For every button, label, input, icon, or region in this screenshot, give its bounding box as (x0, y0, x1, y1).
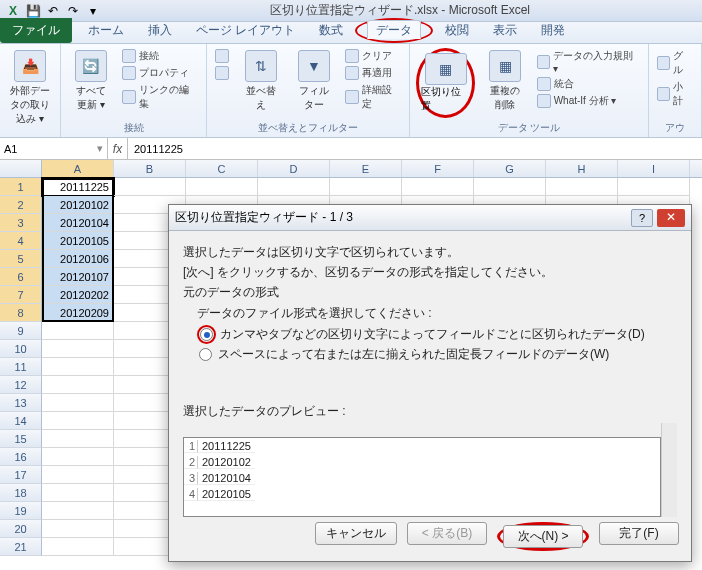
tab-developer[interactable]: 開発 (529, 18, 577, 43)
tab-review[interactable]: 校閲 (433, 18, 481, 43)
next-button[interactable]: 次へ(N) > (503, 525, 583, 548)
cell[interactable]: 20111225 (42, 178, 114, 196)
tab-pagelayout[interactable]: ページ レイアウト (184, 18, 307, 43)
cell[interactable] (618, 178, 690, 196)
row-header[interactable]: 8 (0, 304, 42, 322)
tab-formulas[interactable]: 数式 (307, 18, 355, 43)
cell[interactable] (42, 502, 114, 520)
cell[interactable] (330, 178, 402, 196)
cell[interactable] (258, 178, 330, 196)
row-header[interactable]: 18 (0, 484, 42, 502)
cell[interactable] (42, 448, 114, 466)
row-header[interactable]: 12 (0, 376, 42, 394)
col-header-d[interactable]: D (258, 160, 330, 177)
row-header[interactable]: 10 (0, 340, 42, 358)
cell[interactable]: 20120209 (42, 304, 114, 322)
row-header[interactable]: 21 (0, 538, 42, 556)
row-header[interactable]: 1 (0, 178, 42, 196)
undo-icon[interactable]: ↶ (44, 2, 62, 20)
col-header-f[interactable]: F (402, 160, 474, 177)
col-header-e[interactable]: E (330, 160, 402, 177)
filter-button[interactable]: ▼フィルター (290, 48, 337, 114)
cell[interactable] (402, 178, 474, 196)
cell[interactable] (474, 178, 546, 196)
whatif-button[interactable]: What-If 分析 ▾ (535, 93, 642, 109)
back-button[interactable]: < 戻る(B) (407, 522, 487, 545)
row-header[interactable]: 3 (0, 214, 42, 232)
clear-button[interactable]: クリア (343, 48, 403, 64)
row-header[interactable]: 20 (0, 520, 42, 538)
properties-button[interactable]: プロパティ (120, 65, 200, 81)
cell[interactable] (42, 376, 114, 394)
cell[interactable] (42, 520, 114, 538)
cell[interactable]: 20120104 (42, 214, 114, 232)
tab-file[interactable]: ファイル (0, 18, 72, 43)
row-header[interactable]: 2 (0, 196, 42, 214)
col-header-i[interactable]: I (618, 160, 690, 177)
external-data-button[interactable]: 📥外部データの取り込み ▾ (6, 48, 54, 128)
row-header[interactable]: 4 (0, 232, 42, 250)
cell[interactable] (42, 484, 114, 502)
cell[interactable] (114, 178, 186, 196)
cell[interactable]: 20120102 (42, 196, 114, 214)
row-header[interactable]: 5 (0, 250, 42, 268)
refresh-all-button[interactable]: 🔄すべて更新 ▾ (67, 48, 114, 114)
cell[interactable] (42, 340, 114, 358)
dialog-help-button[interactable]: ? (631, 209, 653, 227)
cell[interactable]: 20120202 (42, 286, 114, 304)
remove-duplicates-button[interactable]: ▦重複の削除 (481, 48, 528, 114)
sort-button[interactable]: ⇅並べ替え (237, 48, 284, 114)
dialog-close-button[interactable]: ✕ (657, 209, 685, 227)
tab-home[interactable]: ホーム (76, 18, 136, 43)
cell[interactable] (42, 358, 114, 376)
col-header-b[interactable]: B (114, 160, 186, 177)
cancel-button[interactable]: キャンセル (315, 522, 397, 545)
consolidate-button[interactable]: 統合 (535, 76, 642, 92)
sort-desc-button[interactable] (213, 65, 231, 81)
cell[interactable] (42, 412, 114, 430)
fx-icon[interactable]: fx (108, 138, 128, 159)
formula-input[interactable]: 20111225 (128, 138, 702, 159)
tab-data[interactable]: データ (367, 20, 421, 39)
cell[interactable] (546, 178, 618, 196)
excel-icon[interactable]: X (4, 2, 22, 20)
row-header[interactable]: 19 (0, 502, 42, 520)
finish-button[interactable]: 完了(F) (599, 522, 679, 545)
sort-asc-button[interactable] (213, 48, 231, 64)
row-header[interactable]: 15 (0, 430, 42, 448)
row-header[interactable]: 9 (0, 322, 42, 340)
group-button[interactable]: グル (655, 48, 695, 78)
col-header-g[interactable]: G (474, 160, 546, 177)
row-header[interactable]: 14 (0, 412, 42, 430)
row-header[interactable]: 16 (0, 448, 42, 466)
reapply-button[interactable]: 再適用 (343, 65, 403, 81)
row-header[interactable]: 17 (0, 466, 42, 484)
redo-icon[interactable]: ↷ (64, 2, 82, 20)
edit-links-button[interactable]: リンクの編集 (120, 82, 200, 112)
select-all-corner[interactable] (0, 160, 42, 177)
col-header-h[interactable]: H (546, 160, 618, 177)
data-validation-button[interactable]: データの入力規則 ▾ (535, 48, 642, 75)
cell[interactable]: 20120105 (42, 232, 114, 250)
dialog-titlebar[interactable]: 区切り位置指定ウィザード - 1 / 3 ? ✕ (169, 205, 691, 231)
tab-view[interactable]: 表示 (481, 18, 529, 43)
radio-fixed-width[interactable]: スペースによって右または左に揃えられた固定長フィールドのデータ(W) (197, 346, 677, 363)
cell[interactable] (42, 466, 114, 484)
row-header[interactable]: 6 (0, 268, 42, 286)
row-header[interactable]: 7 (0, 286, 42, 304)
col-header-a[interactable]: A (42, 160, 114, 177)
cell[interactable] (42, 394, 114, 412)
row-header[interactable]: 11 (0, 358, 42, 376)
name-box[interactable]: A1▾ (0, 138, 108, 159)
save-icon[interactable]: 💾 (24, 2, 42, 20)
advanced-button[interactable]: 詳細設定 (343, 82, 403, 112)
cell[interactable] (42, 430, 114, 448)
row-header[interactable]: 13 (0, 394, 42, 412)
col-header-c[interactable]: C (186, 160, 258, 177)
qat-dropdown-icon[interactable]: ▾ (84, 2, 102, 20)
radio-delimited[interactable]: カンマやタブなどの区切り文字によってフィールドごとに区切られたデータ(D) (197, 325, 677, 344)
cell[interactable] (186, 178, 258, 196)
cell[interactable] (42, 322, 114, 340)
text-to-columns-button[interactable]: ▦区切り位置 (421, 53, 470, 113)
cell[interactable]: 20120107 (42, 268, 114, 286)
